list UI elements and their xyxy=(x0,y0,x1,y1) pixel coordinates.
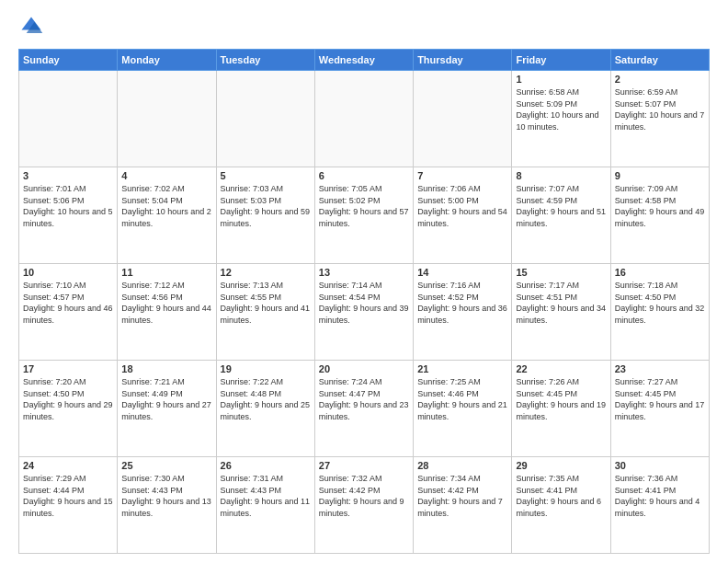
day-info: Sunrise: 7:14 AM Sunset: 4:54 PM Dayligh… xyxy=(319,280,409,326)
day-number: 20 xyxy=(319,363,409,374)
day-number: 2 xyxy=(615,74,705,85)
calendar-week-row: 24Sunrise: 7:29 AM Sunset: 4:44 PM Dayli… xyxy=(19,457,710,554)
day-number: 23 xyxy=(615,363,705,374)
calendar-day-cell: 18Sunrise: 7:21 AM Sunset: 4:49 PM Dayli… xyxy=(118,361,216,457)
calendar-day-cell xyxy=(314,71,413,167)
day-number: 3 xyxy=(23,170,113,181)
day-number: 19 xyxy=(221,363,311,374)
calendar-day-cell: 15Sunrise: 7:17 AM Sunset: 4:51 PM Dayli… xyxy=(512,264,610,361)
day-info: Sunrise: 7:07 AM Sunset: 4:59 PM Dayligh… xyxy=(516,183,606,229)
calendar-day-cell: 4Sunrise: 7:02 AM Sunset: 5:04 PM Daylig… xyxy=(118,167,216,264)
day-number: 15 xyxy=(516,267,606,278)
calendar-table: SundayMondayTuesdayWednesdayThursdayFrid… xyxy=(18,49,710,554)
calendar-day-cell: 21Sunrise: 7:25 AM Sunset: 4:46 PM Dayli… xyxy=(414,361,512,457)
calendar-day-cell: 3Sunrise: 7:01 AM Sunset: 5:06 PM Daylig… xyxy=(19,167,118,264)
day-info: Sunrise: 7:02 AM Sunset: 5:04 PM Dayligh… xyxy=(121,183,211,229)
day-number: 18 xyxy=(121,363,211,374)
day-number: 13 xyxy=(319,267,409,278)
calendar-day-cell: 8Sunrise: 7:07 AM Sunset: 4:59 PM Daylig… xyxy=(512,167,610,264)
day-info: Sunrise: 7:09 AM Sunset: 4:58 PM Dayligh… xyxy=(615,183,705,229)
calendar-day-cell: 9Sunrise: 7:09 AM Sunset: 4:58 PM Daylig… xyxy=(610,167,709,264)
calendar-week-row: 17Sunrise: 7:20 AM Sunset: 4:50 PM Dayli… xyxy=(19,361,710,457)
day-info: Sunrise: 7:01 AM Sunset: 5:06 PM Dayligh… xyxy=(23,183,113,229)
day-number: 5 xyxy=(221,170,311,181)
day-info: Sunrise: 7:21 AM Sunset: 4:49 PM Dayligh… xyxy=(121,376,211,422)
calendar-week-row: 10Sunrise: 7:10 AM Sunset: 4:57 PM Dayli… xyxy=(19,264,710,361)
day-info: Sunrise: 7:16 AM Sunset: 4:52 PM Dayligh… xyxy=(417,280,507,326)
weekday-header: Saturday xyxy=(610,50,709,71)
day-info: Sunrise: 7:03 AM Sunset: 5:03 PM Dayligh… xyxy=(221,183,311,229)
calendar-day-cell: 7Sunrise: 7:06 AM Sunset: 5:00 PM Daylig… xyxy=(414,167,512,264)
logo-icon xyxy=(18,14,44,40)
day-number: 14 xyxy=(417,267,507,278)
day-info: Sunrise: 7:12 AM Sunset: 4:56 PM Dayligh… xyxy=(121,280,211,326)
weekday-header: Thursday xyxy=(414,50,512,71)
day-number: 30 xyxy=(615,460,705,471)
day-info: Sunrise: 7:20 AM Sunset: 4:50 PM Dayligh… xyxy=(23,376,113,422)
day-info: Sunrise: 7:05 AM Sunset: 5:02 PM Dayligh… xyxy=(319,183,409,229)
day-info: Sunrise: 7:27 AM Sunset: 4:45 PM Dayligh… xyxy=(615,376,705,422)
day-number: 8 xyxy=(516,170,606,181)
day-number: 28 xyxy=(417,460,507,471)
calendar-day-cell: 16Sunrise: 7:18 AM Sunset: 4:50 PM Dayli… xyxy=(610,264,709,361)
day-info: Sunrise: 7:10 AM Sunset: 4:57 PM Dayligh… xyxy=(23,280,113,326)
day-number: 29 xyxy=(516,460,606,471)
calendar-day-cell: 26Sunrise: 7:31 AM Sunset: 4:43 PM Dayli… xyxy=(216,457,314,554)
day-info: Sunrise: 7:26 AM Sunset: 4:45 PM Dayligh… xyxy=(516,376,606,422)
logo xyxy=(18,14,48,40)
day-info: Sunrise: 6:59 AM Sunset: 5:07 PM Dayligh… xyxy=(615,86,705,132)
day-number: 16 xyxy=(615,267,705,278)
calendar-day-cell xyxy=(118,71,216,167)
calendar-day-cell: 22Sunrise: 7:26 AM Sunset: 4:45 PM Dayli… xyxy=(512,361,610,457)
day-info: Sunrise: 7:36 AM Sunset: 4:41 PM Dayligh… xyxy=(615,473,705,519)
weekday-header: Monday xyxy=(118,50,216,71)
weekday-header: Friday xyxy=(512,50,610,71)
calendar-day-cell: 10Sunrise: 7:10 AM Sunset: 4:57 PM Dayli… xyxy=(19,264,118,361)
day-number: 6 xyxy=(319,170,409,181)
day-info: Sunrise: 7:30 AM Sunset: 4:43 PM Dayligh… xyxy=(121,473,211,519)
calendar-header-row: SundayMondayTuesdayWednesdayThursdayFrid… xyxy=(19,50,710,71)
calendar-day-cell: 5Sunrise: 7:03 AM Sunset: 5:03 PM Daylig… xyxy=(216,167,314,264)
calendar-day-cell: 28Sunrise: 7:34 AM Sunset: 4:42 PM Dayli… xyxy=(414,457,512,554)
day-number: 25 xyxy=(121,460,211,471)
calendar-day-cell: 6Sunrise: 7:05 AM Sunset: 5:02 PM Daylig… xyxy=(314,167,413,264)
calendar-week-row: 1Sunrise: 6:58 AM Sunset: 5:09 PM Daylig… xyxy=(19,71,710,167)
header xyxy=(18,14,710,40)
day-number: 27 xyxy=(319,460,409,471)
calendar-day-cell: 23Sunrise: 7:27 AM Sunset: 4:45 PM Dayli… xyxy=(610,361,709,457)
page: SundayMondayTuesdayWednesdayThursdayFrid… xyxy=(0,0,728,563)
day-number: 12 xyxy=(221,267,311,278)
day-info: Sunrise: 7:35 AM Sunset: 4:41 PM Dayligh… xyxy=(516,473,606,519)
day-number: 10 xyxy=(23,267,113,278)
calendar-day-cell: 1Sunrise: 6:58 AM Sunset: 5:09 PM Daylig… xyxy=(512,71,610,167)
day-number: 26 xyxy=(221,460,311,471)
day-number: 4 xyxy=(121,170,211,181)
day-info: Sunrise: 7:17 AM Sunset: 4:51 PM Dayligh… xyxy=(516,280,606,326)
day-info: Sunrise: 7:25 AM Sunset: 4:46 PM Dayligh… xyxy=(417,376,507,422)
calendar-day-cell: 25Sunrise: 7:30 AM Sunset: 4:43 PM Dayli… xyxy=(118,457,216,554)
day-info: Sunrise: 7:22 AM Sunset: 4:48 PM Dayligh… xyxy=(221,376,311,422)
day-info: Sunrise: 7:06 AM Sunset: 5:00 PM Dayligh… xyxy=(417,183,507,229)
calendar-day-cell: 29Sunrise: 7:35 AM Sunset: 4:41 PM Dayli… xyxy=(512,457,610,554)
day-info: Sunrise: 7:29 AM Sunset: 4:44 PM Dayligh… xyxy=(23,473,113,519)
calendar-day-cell: 20Sunrise: 7:24 AM Sunset: 4:47 PM Dayli… xyxy=(314,361,413,457)
day-info: Sunrise: 6:58 AM Sunset: 5:09 PM Dayligh… xyxy=(516,86,606,132)
calendar-day-cell: 30Sunrise: 7:36 AM Sunset: 4:41 PM Dayli… xyxy=(610,457,709,554)
calendar-day-cell: 11Sunrise: 7:12 AM Sunset: 4:56 PM Dayli… xyxy=(118,264,216,361)
day-info: Sunrise: 7:32 AM Sunset: 4:42 PM Dayligh… xyxy=(319,473,409,519)
day-number: 17 xyxy=(23,363,113,374)
day-number: 21 xyxy=(417,363,507,374)
day-number: 22 xyxy=(516,363,606,374)
weekday-header: Tuesday xyxy=(216,50,314,71)
day-info: Sunrise: 7:31 AM Sunset: 4:43 PM Dayligh… xyxy=(221,473,311,519)
calendar-day-cell: 17Sunrise: 7:20 AM Sunset: 4:50 PM Dayli… xyxy=(19,361,118,457)
calendar-day-cell: 24Sunrise: 7:29 AM Sunset: 4:44 PM Dayli… xyxy=(19,457,118,554)
calendar-day-cell: 19Sunrise: 7:22 AM Sunset: 4:48 PM Dayli… xyxy=(216,361,314,457)
calendar-day-cell: 13Sunrise: 7:14 AM Sunset: 4:54 PM Dayli… xyxy=(314,264,413,361)
calendar-day-cell xyxy=(19,71,118,167)
weekday-header: Sunday xyxy=(19,50,118,71)
weekday-header: Wednesday xyxy=(314,50,413,71)
day-number: 1 xyxy=(516,74,606,85)
day-number: 7 xyxy=(417,170,507,181)
calendar-day-cell xyxy=(216,71,314,167)
